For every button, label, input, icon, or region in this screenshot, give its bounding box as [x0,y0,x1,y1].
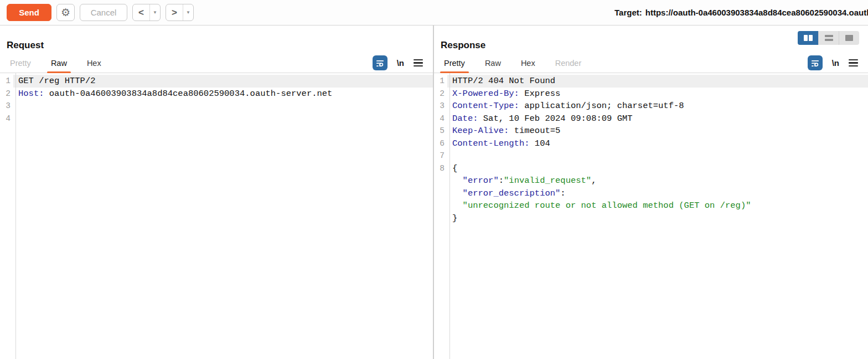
gutter-divider [450,73,450,359]
code-line: 1GET /reg HTTP/2 [0,75,433,88]
layout-columns-button[interactable] [798,31,818,45]
code-line: 2Host: oauth-0a46003903834a8d84cea806025… [0,88,433,100]
code-line: 3 [0,100,433,112]
request-tab-bar: PrettyRawHex \n [0,53,433,73]
code-line: "error_description": [434,187,868,200]
word-wrap-button[interactable] [808,55,823,70]
code-segment: "error_description" [463,188,561,198]
code-segment: HTTP/2 404 Not Found [452,76,555,86]
send-button[interactable]: Send [7,4,51,21]
code-segment: GET /reg HTTP/2 [18,76,96,86]
code-line: 7 [434,150,868,162]
line-number: 5 [434,125,447,137]
gutter-divider [16,73,16,359]
code-text: Host: oauth-0a46003903834a8d84cea8060259… [13,88,433,100]
columns-layout-icon [804,35,813,41]
tab-hex[interactable]: Hex [77,53,111,73]
line-number: 1 [0,75,13,88]
line-number: 3 [434,100,447,112]
code-segment [452,201,463,211]
line-number: 2 [434,88,447,100]
code-segment: Keep-Alive: [452,126,509,136]
tab-raw[interactable]: Raw [475,53,511,73]
settings-button[interactable]: ⚙ [56,4,75,21]
code-segment: X-Powered-By: [452,89,519,99]
response-panel-header: Response [434,25,868,53]
code-text: } [447,212,868,225]
tab-hex[interactable]: Hex [511,53,545,73]
tab-render[interactable]: Render [545,53,592,73]
request-editor[interactable]: 1GET /reg HTTP/22Host: oauth-0a460039038… [0,73,433,359]
code-segment: Sat, 10 Feb 2024 09:08:09 GMT [478,114,633,124]
request-panel-header: Request [0,25,433,53]
caret-down-icon: ▼ [186,10,190,15]
target-url: Target: https://oauth-0a46003903834a8d84… [614,0,868,25]
cancel-button[interactable]: Cancel [80,4,127,21]
line-number: 1 [434,75,447,88]
code-line: 3Content-Type: application/json; charset… [434,100,868,112]
code-segment: Content-Type: [452,101,519,111]
chevron-right-icon: > [172,7,177,18]
response-tab-bar: PrettyRawHexRender \n [434,53,868,73]
back-dropdown-button[interactable]: ▼ [149,4,160,20]
single-layout-icon [845,35,853,41]
line-number: 4 [0,112,13,125]
code-line: "error":"invalid_request", [434,175,868,187]
forward-dropdown-button[interactable]: ▼ [183,4,193,20]
target-url-value: https://oauth-0a46003903834a8d84cea80602… [645,8,868,17]
code-segment: "unrecognized route or not allowed metho… [463,201,751,211]
code-text [13,112,433,125]
code-segment: } [452,213,457,223]
line-number [434,175,447,187]
tab-raw[interactable]: Raw [41,53,77,73]
repeater-toolbar: Send ⚙ Cancel < ▼ > ▼ Target: https://oa… [0,0,868,25]
code-segment: , [591,176,596,186]
code-text [447,150,868,162]
word-wrap-button[interactable] [373,55,388,70]
response-editor-actions: \n [808,55,858,70]
code-segment: oauth-0a46003903834a8d84cea80602590034.o… [44,89,333,99]
code-segment: Date: [452,114,478,124]
menu-icon [414,59,423,67]
response-editor[interactable]: 1HTTP/2 404 Not Found2X-Powered-By: Expr… [434,73,868,359]
target-label: Target: [614,8,642,17]
editor-menu-button[interactable] [414,59,423,67]
code-segment: Express [519,89,560,99]
code-text: "unrecognized route or not allowed metho… [447,199,868,212]
back-button[interactable]: < [133,4,149,20]
code-segment: 104 [530,139,550,148]
line-number: 8 [434,162,447,175]
code-segment [452,176,463,186]
tab-pretty[interactable]: Pretty [0,53,41,73]
code-segment: Content-Length: [452,139,530,148]
code-segment: : [560,188,565,198]
line-number [434,199,447,212]
code-line: 2X-Powered-By: Express [434,88,868,100]
code-line: 4 [0,112,433,125]
layout-single-button[interactable] [839,31,859,45]
chevron-left-icon: < [138,7,144,18]
rows-layout-icon [825,35,833,41]
code-text: Keep-Alive: timeout=5 [447,125,868,137]
code-text [13,100,433,112]
response-panel: Response PrettyRawHexRender [434,25,868,359]
code-segment: : [499,176,504,186]
code-line: 4Date: Sat, 10 Feb 2024 09:08:09 GMT [434,112,868,125]
newline-toggle-button[interactable]: \n [832,58,839,68]
code-text: Content-Type: application/json; charset=… [447,100,868,112]
tab-pretty[interactable]: Pretty [434,53,475,73]
request-tabs: PrettyRawHex [0,53,111,73]
code-text: Content-Length: 104 [447,137,868,150]
layout-rows-button[interactable] [818,31,839,45]
forward-button[interactable]: > [166,4,183,20]
code-segment: application/json; charset=utf-8 [519,101,684,111]
newline-toggle-button[interactable]: \n [397,58,404,68]
editor-menu-button[interactable] [849,59,858,67]
word-wrap-icon [375,58,385,68]
code-text: HTTP/2 404 Not Found [447,75,868,88]
history-back-group: < ▼ [132,4,161,21]
menu-icon [849,59,858,67]
code-segment: "invalid_request" [504,176,591,186]
code-text: { [447,162,868,175]
request-title: Request [7,40,44,51]
